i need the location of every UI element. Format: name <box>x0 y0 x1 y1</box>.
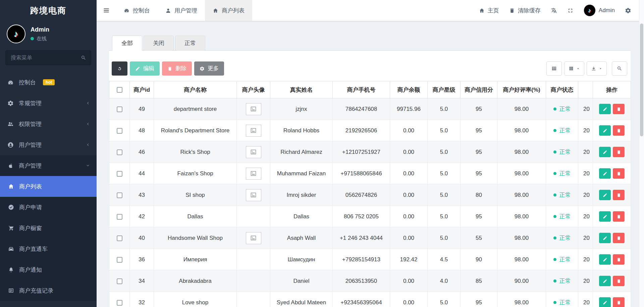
status-cell: 正常 <box>546 98 578 120</box>
status-dot-icon <box>553 193 556 196</box>
row-delete-button[interactable] <box>613 168 625 179</box>
refresh-button[interactable] <box>112 61 127 76</box>
balance-cell: 0.00 <box>390 270 428 292</box>
delete-button[interactable]: 删除 <box>162 61 192 76</box>
row-actions-cell <box>593 292 631 307</box>
sidebar-item-merchant-express[interactable]: 商户直通车 <box>0 238 97 259</box>
status-badge: 正常 <box>553 127 571 134</box>
balance-cell: 0.00 <box>390 206 428 227</box>
nav-tab-dashboard[interactable]: 控制台 <box>116 0 158 21</box>
settings-button[interactable] <box>625 7 631 14</box>
sidebar-toggle-button[interactable] <box>97 0 116 21</box>
row-delete-button[interactable] <box>613 125 625 136</box>
row-delete-button[interactable] <box>613 297 625 307</box>
row-delete-button[interactable] <box>613 254 625 265</box>
menu-search-input[interactable] <box>5 50 91 65</box>
scrollbar-thumb[interactable] <box>640 24 643 136</box>
sidebar-item-merchant-apply[interactable]: 商户申请 <box>0 197 97 218</box>
row-checkbox[interactable] <box>117 214 122 220</box>
status-dot-icon <box>553 236 556 239</box>
row-edit-button[interactable] <box>599 125 611 136</box>
row-edit-button[interactable] <box>599 104 611 114</box>
filter-tab-all[interactable]: 全部 <box>112 36 142 51</box>
row-edit-button[interactable] <box>599 147 611 157</box>
search-toggle-button[interactable] <box>612 61 627 76</box>
sidebar-item-merchant-notice[interactable]: 商户通知 <box>0 259 97 280</box>
row-edit-button[interactable] <box>599 276 611 286</box>
row-checkbox[interactable] <box>117 257 122 263</box>
row-delete-button[interactable] <box>613 211 625 222</box>
row-checkbox[interactable] <box>117 171 122 177</box>
create-time-cell-clipped: 20 <box>578 141 593 163</box>
col-header-credit[interactable]: 商户信用分 <box>461 81 497 98</box>
vertical-scrollbar[interactable] <box>639 0 644 307</box>
row-checkbox[interactable] <box>117 128 122 134</box>
col-header-rate[interactable]: 商户好评率(%) <box>497 81 546 98</box>
filter-tab-normal[interactable]: 正常 <box>175 36 205 51</box>
row-edit-button[interactable] <box>599 190 611 200</box>
sidebar-item-merchant-recharge-records[interactable]: 商户充值记录 <box>0 280 97 301</box>
col-header-merchant-name[interactable]: 商户名称 <box>154 81 237 98</box>
row-delete-button[interactable] <box>613 147 625 157</box>
col-header-merchant-id[interactable]: 商户id <box>130 81 154 98</box>
col-header-real-name[interactable]: 真实姓名 <box>270 81 333 98</box>
more-button[interactable]: 更多 <box>194 61 224 76</box>
row-delete-button[interactable] <box>613 276 625 286</box>
filter-tab-closed[interactable]: 关闭 <box>144 36 174 51</box>
trash-icon <box>616 171 621 176</box>
fullscreen-button[interactable] <box>567 7 574 14</box>
sidebar-item-merchant-showcase[interactable]: 商户橱窗 <box>0 218 97 238</box>
row-delete-button[interactable] <box>613 233 625 243</box>
row-checkbox[interactable] <box>117 278 122 284</box>
real-name-cell: Richard Almarez <box>270 141 333 163</box>
nav-tab-users[interactable]: 用户管理 <box>158 0 205 21</box>
sidebar-item-permissions[interactable]: 权限管理 <box>0 114 97 134</box>
col-header-phone[interactable]: 商户手机号 <box>333 81 390 98</box>
row-delete-button[interactable] <box>613 104 625 114</box>
sidebar-item-users[interactable]: 用户管理 <box>0 134 97 155</box>
columns-dropdown-button[interactable] <box>564 61 584 76</box>
home-link[interactable]: 主页 <box>479 7 499 14</box>
row-edit-button[interactable] <box>599 168 611 179</box>
sidebar-item-label: 商户直通车 <box>19 245 48 253</box>
create-time-cell-clipped: 20 <box>578 163 593 184</box>
col-header-star[interactable]: 商户星级 <box>428 81 461 98</box>
col-header-balance[interactable]: 商户余额 <box>390 81 428 98</box>
car-icon <box>8 246 14 252</box>
trash-icon <box>616 300 621 305</box>
select-all-checkbox[interactable] <box>117 87 122 93</box>
col-header-merchant-avatar[interactable]: 商户头像 <box>237 81 270 98</box>
col-header-status[interactable]: 商户状态 <box>546 81 578 98</box>
clear-cache-link[interactable]: 清除缓存 <box>509 7 541 14</box>
row-edit-button[interactable] <box>599 233 611 243</box>
language-button[interactable] <box>551 7 557 14</box>
nav-tab-merchant-list[interactable]: 商户列表 <box>205 0 252 21</box>
status-cell: 正常 <box>546 163 578 184</box>
edit-button[interactable]: 编辑 <box>130 61 160 76</box>
row-checkbox[interactable] <box>117 192 122 198</box>
row-checkbox[interactable] <box>117 106 122 112</box>
row-edit-button[interactable] <box>599 254 611 265</box>
sidebar-item-merchant-list[interactable]: 商户列表 <box>0 176 97 197</box>
row-checkbox[interactable] <box>117 300 122 306</box>
merchant-avatar-cell <box>237 141 270 163</box>
sidebar-item-merchants[interactable]: 商户管理 <box>0 155 97 176</box>
user-avatar[interactable]: ♪ <box>7 25 25 43</box>
sidebar-item-dashboard[interactable]: 控制台 hot <box>0 72 97 93</box>
chevron-left-icon <box>86 122 90 126</box>
row-delete-button[interactable] <box>613 190 625 200</box>
phone-cell: +79285154913 <box>333 249 390 270</box>
user-menu[interactable]: ♪ Admin <box>584 4 615 16</box>
row-checkbox[interactable] <box>117 149 122 155</box>
user-status-label: 在线 <box>37 36 47 42</box>
common-search-toggle-button[interactable] <box>546 61 562 76</box>
table-row: 48Roland's Department StoreRoland Hobbs2… <box>109 120 631 141</box>
hot-badge: hot <box>43 79 55 86</box>
export-dropdown-button[interactable] <box>587 61 607 76</box>
row-edit-button[interactable] <box>599 211 611 222</box>
sidebar-item-label: 商户列表 <box>19 183 42 190</box>
merchant-id-cell: 48 <box>130 120 154 141</box>
sidebar-item-general[interactable]: 常规管理 <box>0 93 97 114</box>
row-checkbox[interactable] <box>117 235 122 241</box>
row-edit-button[interactable] <box>599 297 611 307</box>
